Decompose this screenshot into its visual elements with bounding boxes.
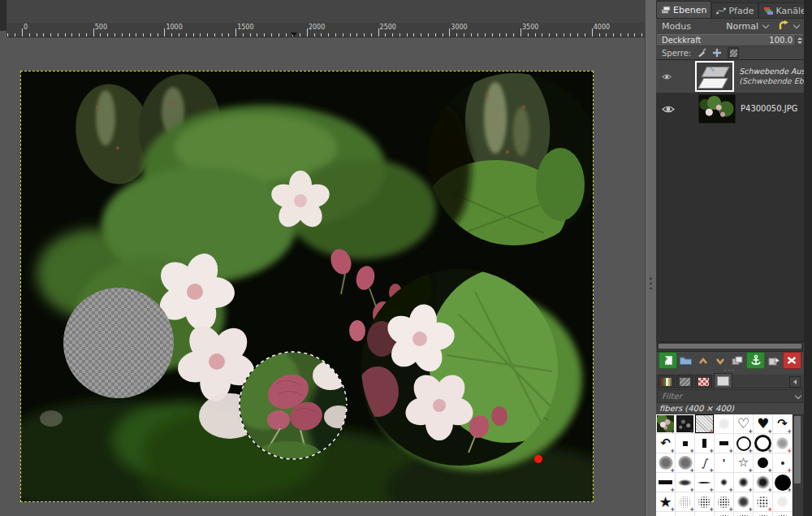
brush-fuzz-big[interactable]: [656, 453, 676, 473]
brush-fuzz-big[interactable]: [676, 453, 695, 473]
switch-mode-icon[interactable]: [778, 20, 789, 33]
ring-thick-shape: [754, 435, 771, 452]
canvas-image: [20, 71, 594, 502]
brush-soft-ellipse[interactable]: [676, 473, 695, 492]
brush-arc-r[interactable]: ↷: [773, 414, 793, 434]
brushes-tab-menu-button[interactable]: [789, 376, 801, 388]
brush-sponge-c[interactable]: [754, 512, 773, 516]
layer-thumbnail[interactable]: [698, 94, 736, 124]
paintbrush-lock-icon[interactable]: [697, 48, 706, 58]
floating-selection-thumbnail[interactable]: ∿: [695, 61, 734, 92]
opacity-slider[interactable]: Deckkraft 100.0: [657, 34, 803, 46]
dock-tab-brushes[interactable]: [714, 373, 732, 388]
brush-disc-xl[interactable]: [773, 473, 793, 492]
brush-spray-a[interactable]: [656, 512, 676, 516]
brush-sponge-b[interactable]: [734, 512, 754, 516]
brush-curl[interactable]: ∫: [695, 453, 715, 473]
anchor-layer-button[interactable]: [746, 352, 765, 369]
ruler-tick: [171, 33, 172, 37]
ruler-tick: [286, 33, 287, 37]
ruler-tick: [235, 28, 236, 37]
opacity-value[interactable]: 100.0: [769, 36, 795, 45]
visibility-eye-icon[interactable]: [662, 105, 675, 114]
chevron-down-icon[interactable]: [795, 392, 801, 398]
ruler-tick: [641, 33, 642, 37]
brush-heart-f[interactable]: ♥: [754, 414, 773, 434]
soft-s-shape: [720, 479, 728, 486]
brush-grid-scrollbar[interactable]: [793, 414, 804, 516]
brush-grainy[interactable]: [773, 434, 793, 453]
dock-tab-gradients[interactable]: [695, 375, 712, 388]
mode-select[interactable]: Normal: [726, 21, 758, 32]
brush-sq[interactable]: [676, 434, 695, 453]
layer-row[interactable]: P4300050.JPG: [656, 93, 804, 125]
new-group-button[interactable]: [677, 353, 694, 368]
brush-heart-o[interactable]: ♡: [734, 414, 754, 434]
brush-faint[interactable]: [773, 492, 793, 512]
brush-hair-line[interactable]: [695, 473, 715, 492]
dock-tab-colors[interactable]: [658, 375, 675, 388]
brush-tick[interactable]: ': [715, 453, 734, 473]
brush-chalk[interactable]: [676, 492, 695, 512]
delete-layer-button[interactable]: [783, 352, 801, 369]
merge-layer-button[interactable]: [766, 353, 783, 368]
dock-tab-patterns[interactable]: [676, 375, 693, 388]
brush-arc-l[interactable]: ↶: [656, 434, 676, 453]
alpha-lock-icon[interactable]: [728, 47, 739, 59]
brush-sponge-d[interactable]: [773, 512, 793, 516]
brush-thumb-dark[interactable]: [676, 414, 695, 434]
brush-disc-m[interactable]: [754, 453, 773, 473]
brush-dot-s[interactable]: [773, 453, 793, 473]
brush-bar-h[interactable]: [656, 473, 676, 492]
image-canvas[interactable]: [20, 71, 594, 502]
layer-row[interactable]: ∿Schwebende Auswahl(Schwebende Ebene): [656, 60, 804, 93]
brush-rect-h[interactable]: [715, 434, 734, 453]
chalk-shape: [678, 496, 692, 509]
raise-layer-button[interactable]: [695, 353, 712, 368]
tab-pfade[interactable]: Pfade: [711, 2, 758, 18]
triangle-left-icon: [793, 379, 797, 384]
brush-spray-b[interactable]: [676, 512, 695, 516]
tick-glyph: ': [723, 457, 726, 468]
brush-star-o[interactable]: ☆: [734, 453, 754, 473]
brush-faint[interactable]: [715, 414, 734, 434]
brush-splat-b[interactable]: [715, 492, 734, 512]
ruler-tick: [535, 33, 536, 37]
brush-spray-c[interactable]: [695, 512, 715, 516]
mode-row: Modus Normal: [656, 19, 804, 33]
brush-grid[interactable]: ♡♥↷↶∫'☆★: [656, 414, 793, 516]
brush-soft-l[interactable]: [754, 473, 773, 492]
brush-thumb-fibers[interactable]: [695, 414, 715, 434]
chevron-down-icon[interactable]: [762, 22, 769, 28]
brush-soft-m[interactable]: [734, 473, 754, 492]
layer-name[interactable]: P4300050.JPG: [741, 104, 797, 115]
horizontal-ruler[interactable]: 05001000150020002500300035004000: [6, 23, 646, 37]
brush-thumb-flower[interactable]: [656, 414, 676, 434]
visibility-eye-icon[interactable]: [662, 72, 672, 81]
chevron-down-icon[interactable]: [793, 22, 800, 28]
brush-ring-thin[interactable]: [734, 434, 754, 453]
brush-rect-v[interactable]: [695, 434, 715, 453]
brush-scatter-a[interactable]: [754, 492, 773, 512]
brush-ring-thick[interactable]: [754, 434, 773, 453]
layer-list-scrollbar[interactable]: [657, 342, 803, 352]
brush-star-f[interactable]: ★: [656, 492, 676, 512]
soft-spot-shape: [737, 496, 749, 508]
brush-splat-a[interactable]: [695, 492, 715, 512]
position-lock-icon[interactable]: [712, 48, 722, 58]
tab-ebenen[interactable]: Ebenen: [656, 1, 711, 18]
brush-soft-s[interactable]: [715, 473, 734, 492]
ruler-tick: [15, 33, 15, 37]
opacity-spinner[interactable]: [795, 35, 803, 46]
new-layer-button[interactable]: [659, 352, 677, 369]
ruler-tick: [79, 33, 80, 37]
spin-up-icon[interactable]: [797, 37, 802, 40]
soft-m-shape: [738, 477, 749, 488]
brush-sponge-a[interactable]: [715, 512, 734, 516]
layer-name[interactable]: Schwebende Auswahl(Schwebende Ebene): [739, 67, 804, 86]
brush-soft-spot[interactable]: [734, 492, 754, 512]
ruler-tick: [613, 33, 614, 37]
spin-down-icon[interactable]: [797, 41, 802, 44]
brush-filter-field[interactable]: Filter: [657, 389, 803, 403]
lock-label: Sperre:: [662, 49, 691, 58]
